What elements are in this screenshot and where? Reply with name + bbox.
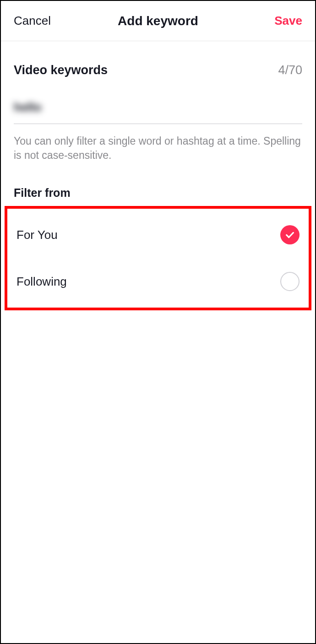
checkmark-icon: [280, 225, 300, 244]
page-title: Add keyword: [118, 14, 198, 28]
option-label: Following: [16, 275, 67, 289]
cancel-button[interactable]: Cancel: [14, 14, 51, 28]
help-text: You can only filter a single word or has…: [14, 124, 302, 181]
option-label: For You: [16, 228, 58, 242]
option-for-you[interactable]: For You: [16, 222, 300, 258]
option-following[interactable]: Following: [16, 258, 300, 294]
video-keywords-row: Video keywords 4/70: [14, 41, 302, 87]
keyword-input[interactable]: hello: [14, 87, 302, 124]
header-bar: Cancel Add keyword Save: [1, 1, 315, 41]
save-button[interactable]: Save: [274, 14, 302, 28]
filter-options-highlight: For You Following: [5, 206, 311, 310]
video-keywords-count: 4/70: [278, 63, 302, 77]
keyword-input-value: hello: [14, 100, 42, 114]
filter-from-label: Filter from: [14, 181, 302, 204]
video-keywords-section: Video keywords 4/70 hello You can only f…: [1, 41, 315, 204]
video-keywords-label: Video keywords: [14, 63, 108, 77]
circle-icon: [280, 272, 300, 291]
